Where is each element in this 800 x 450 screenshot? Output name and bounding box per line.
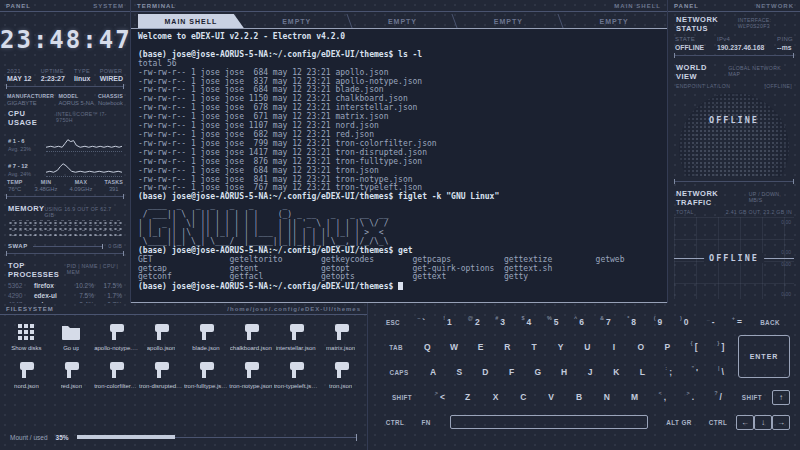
- key-alt-gr[interactable]: ALT GR: [658, 412, 700, 432]
- key-fn[interactable]: FN: [412, 412, 440, 432]
- key-8[interactable]: *8: [619, 312, 645, 332]
- key-6[interactable]: ^6: [566, 312, 592, 332]
- key-0[interactable]: )0: [671, 312, 697, 332]
- key-space[interactable]: [450, 415, 648, 429]
- key-period[interactable]: >.: [676, 387, 704, 407]
- key-q[interactable]: Q: [414, 337, 441, 357]
- key-e[interactable]: E: [467, 337, 494, 357]
- file-item[interactable]: red.json: [49, 360, 94, 389]
- key-b[interactable]: B: [565, 387, 593, 407]
- key-c[interactable]: C: [509, 387, 537, 407]
- key-x[interactable]: X: [482, 387, 510, 407]
- file-item[interactable]: apollo-notype.json: [94, 322, 139, 351]
- key-r[interactable]: R: [494, 337, 521, 357]
- key-bracket-right[interactable]: }]: [707, 337, 734, 357]
- key-less-than[interactable]: ><: [426, 387, 454, 407]
- file-item[interactable]: apollo.json: [139, 322, 184, 351]
- key-f[interactable]: F: [499, 362, 525, 382]
- key-j[interactable]: J: [577, 362, 603, 382]
- key-up[interactable]: ↑: [772, 390, 790, 405]
- ping-label: PING: [777, 36, 793, 42]
- key-k[interactable]: K: [603, 362, 629, 382]
- key-w[interactable]: W: [441, 337, 468, 357]
- key-ctrl[interactable]: CTRL: [378, 412, 412, 432]
- key-slash[interactable]: ?/: [704, 387, 732, 407]
- file-item[interactable]: tron-fulltype.json: [184, 360, 229, 389]
- file-name: apollo-notype.json: [94, 345, 138, 351]
- key-tab[interactable]: TAB: [378, 337, 414, 357]
- file-item[interactable]: tron-colorfilter.json: [94, 360, 139, 389]
- key-4[interactable]: $4: [513, 312, 539, 332]
- filesystem-header: FILESYSTEM /home/jose/.config/eDEX-UI/th…: [0, 303, 367, 315]
- world-map[interactable]: OFFLINE: [668, 89, 800, 177]
- tab-label: EMPTY: [600, 18, 629, 25]
- key-backslash[interactable]: |\: [708, 362, 734, 382]
- key-down[interactable]: ↓: [754, 415, 772, 430]
- key-enter[interactable]: ENTER: [738, 335, 790, 378]
- key-u[interactable]: U: [574, 337, 601, 357]
- key-t[interactable]: T: [521, 337, 548, 357]
- key-z[interactable]: Z: [454, 387, 482, 407]
- key-comma[interactable]: <,: [649, 387, 677, 407]
- current-path: /home/jose/.config/eDEX-UI/themes: [227, 306, 361, 312]
- key-shift[interactable]: SHIFT: [732, 387, 772, 407]
- file-item[interactable]: chalkboard.json: [228, 322, 273, 351]
- process-mem: 1.7%: [94, 291, 122, 301]
- file-item[interactable]: tron-notype.json: [228, 360, 273, 389]
- processes-columns: PID | NAME | CPU | MEM: [67, 263, 122, 275]
- tab-empty-3[interactable]: EMPTY: [455, 14, 561, 28]
- file-item[interactable]: nord.json: [4, 360, 49, 389]
- key-s[interactable]: S: [446, 362, 472, 382]
- key-7[interactable]: &7: [592, 312, 618, 332]
- key-y[interactable]: Y: [547, 337, 574, 357]
- key-shift[interactable]: SHIFT: [378, 387, 426, 407]
- key-backtick[interactable]: ~`: [408, 312, 434, 332]
- key-shift-label: ": [691, 365, 694, 371]
- key-9[interactable]: (9: [645, 312, 671, 332]
- key-bracket-left[interactable]: {[: [681, 337, 708, 357]
- file-item[interactable]: Show disks: [4, 322, 49, 351]
- key-quote[interactable]: "': [682, 362, 708, 382]
- key-h[interactable]: H: [551, 362, 577, 382]
- key-n[interactable]: N: [593, 387, 621, 407]
- key-p[interactable]: P: [654, 337, 681, 357]
- key-m[interactable]: M: [621, 387, 649, 407]
- key-5[interactable]: %5: [540, 312, 566, 332]
- terminal-output[interactable]: Welcome to eDEX-UI v2.2.2 - Electron v4.…: [131, 29, 667, 303]
- file-item[interactable]: blade.json: [184, 322, 229, 351]
- file-item[interactable]: matrix.json: [318, 322, 363, 351]
- key-3[interactable]: #3: [487, 312, 513, 332]
- key-v[interactable]: V: [537, 387, 565, 407]
- file-item[interactable]: interstellar.json: [273, 322, 318, 351]
- key-label: ;: [669, 367, 672, 377]
- key-1[interactable]: !1: [434, 312, 460, 332]
- file-item[interactable]: tron.json: [318, 360, 363, 389]
- min-value: 3.48GHz: [35, 186, 58, 192]
- key-d[interactable]: D: [472, 362, 498, 382]
- key-equals[interactable]: +=: [724, 312, 750, 332]
- key-semicolon[interactable]: :;: [656, 362, 682, 382]
- key-caps[interactable]: CAPS: [378, 362, 420, 382]
- tab-empty-2[interactable]: EMPTY: [350, 14, 456, 28]
- tab-empty-4[interactable]: EMPTY: [561, 14, 667, 28]
- key-label: T: [531, 342, 536, 352]
- key-label: 1: [447, 317, 452, 327]
- file-item[interactable]: tron-disrupted.json: [139, 360, 184, 389]
- key-a[interactable]: A: [420, 362, 446, 382]
- key-right[interactable]: →: [772, 415, 790, 430]
- file-item[interactable]: tron-typeleft.json: [273, 360, 318, 389]
- key-i[interactable]: I: [601, 337, 628, 357]
- key-o[interactable]: O: [627, 337, 654, 357]
- key-l[interactable]: L: [629, 362, 655, 382]
- key-left[interactable]: ←: [736, 415, 754, 430]
- key-back[interactable]: BACK: [750, 312, 790, 332]
- tab-empty-1[interactable]: EMPTY: [244, 14, 350, 28]
- key-shift-label: +: [732, 315, 735, 321]
- key-g[interactable]: G: [525, 362, 551, 382]
- tab-main-shell[interactable]: MAIN SHELL: [138, 14, 244, 28]
- key-esc[interactable]: ESC: [378, 312, 408, 332]
- key-ctrl[interactable]: CTRL: [700, 412, 736, 432]
- key-2[interactable]: @2: [461, 312, 487, 332]
- key-minus[interactable]: _-: [697, 312, 723, 332]
- file-item[interactable]: Go up: [49, 322, 94, 351]
